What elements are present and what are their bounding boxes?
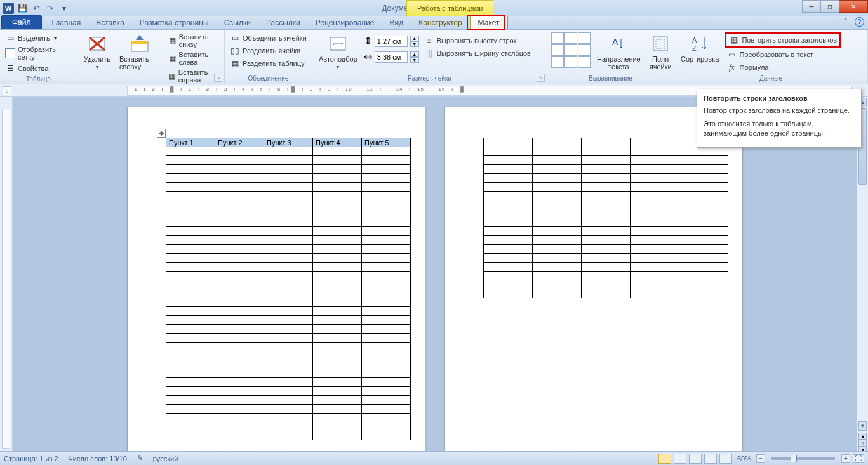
sort-button[interactable]: AZ Сортировка [678,32,721,64]
insert-below-button[interactable]: ▦Вставить снизу [167,32,220,49]
table-cell[interactable] [215,405,264,414]
table-cell[interactable] [631,236,679,245]
table-cell[interactable] [313,254,362,263]
table-cell[interactable] [362,431,411,440]
table-header-cell[interactable]: Пункт 5 [362,138,411,147]
table-header-cell[interactable]: Пункт 4 [313,138,362,147]
distribute-cols-button[interactable]: |||Выровнять ширину столбцов [423,48,532,59]
maximize-button[interactable]: □ [820,0,839,13]
align-br[interactable] [578,56,591,68]
table-cell[interactable] [166,227,215,236]
table-cell[interactable] [631,174,679,183]
text-direction-button[interactable]: A Направление текста [594,32,643,72]
table-cell[interactable] [313,360,362,369]
table-cell[interactable] [362,307,411,316]
table-cell[interactable] [313,272,362,280]
table-cell[interactable] [264,236,313,245]
table-cell[interactable] [264,431,313,440]
table-cell[interactable] [362,360,411,369]
table-cell[interactable] [582,289,631,298]
table-cell[interactable] [215,263,264,272]
convert-to-text-button[interactable]: ▭Преобразовать в текст [725,49,841,60]
table-cell[interactable] [679,174,728,183]
table-cell[interactable] [166,378,215,387]
table-cell[interactable] [484,218,533,227]
table-cell[interactable] [631,289,679,298]
table-cell[interactable] [215,343,264,351]
table-cell[interactable] [313,343,362,351]
table-cell[interactable] [679,245,728,254]
table-cell[interactable] [362,218,411,227]
zoom-slider[interactable] [771,457,835,460]
table-cell[interactable] [362,316,411,325]
table-cell[interactable] [313,405,362,414]
table-cell[interactable] [362,263,411,272]
height-spin-up[interactable]: ▲ [410,36,419,41]
table-cell[interactable] [484,263,533,272]
split-table-button[interactable]: ▤Разделить таблицу [229,58,308,69]
properties-button[interactable]: ☰Свойства [4,63,73,74]
table-cell[interactable] [313,227,362,236]
tab-file[interactable]: Файл [1,15,42,29]
table-cell[interactable] [484,165,533,174]
table-cell[interactable] [166,236,215,245]
table-header-cell[interactable]: Пункт 2 [215,138,264,147]
table-cell[interactable] [362,209,411,218]
table-cell[interactable] [582,192,631,200]
table-cell[interactable] [679,263,728,272]
table-cell[interactable] [484,209,533,218]
table-cell[interactable] [631,156,679,165]
table-cell[interactable] [582,245,631,254]
zoom-slider-knob[interactable] [791,455,797,462]
table-cell[interactable] [264,245,313,254]
document-table-2[interactable] [483,138,728,298]
table-cell[interactable] [313,263,362,272]
table-cell[interactable] [166,396,215,405]
table-cell[interactable] [631,209,679,218]
distribute-rows-button[interactable]: ≡Выровнять высоту строк [423,35,532,46]
table-cell[interactable] [362,387,411,396]
table-cell[interactable] [582,156,631,165]
table-cell[interactable] [215,378,264,387]
table-cell[interactable] [582,183,631,192]
table-cell[interactable] [166,334,215,343]
table-cell[interactable] [215,396,264,405]
table-cell[interactable] [166,405,215,414]
table-cell[interactable] [215,307,264,316]
table-cell[interactable] [313,147,362,156]
table-cell[interactable] [264,334,313,343]
table-cell[interactable] [215,174,264,183]
table-cell[interactable] [362,414,411,422]
zoom-in-button[interactable]: + [841,454,850,463]
table-cell[interactable] [362,334,411,343]
table-cell[interactable] [533,200,582,209]
tab-references[interactable]: Ссылки [217,16,258,29]
table-cell[interactable] [362,343,411,351]
table-cell[interactable] [215,351,264,360]
table-cell[interactable] [166,325,215,334]
table-cell[interactable] [362,378,411,387]
table-cell[interactable] [679,183,728,192]
insert-above-button[interactable]: Вставить сверху [117,32,163,72]
table-cell[interactable] [582,227,631,236]
table-cell[interactable] [679,289,728,298]
table-cell[interactable] [313,387,362,396]
table-cell[interactable] [484,183,533,192]
align-mc[interactable] [564,44,577,56]
table-cell[interactable] [313,236,362,245]
table-cell[interactable] [215,227,264,236]
table-cell[interactable] [362,174,411,183]
prev-page-button[interactable]: ▴ [858,433,867,440]
document-table-1[interactable]: Пункт 1 Пункт 2 Пункт 3 Пункт 4 Пункт 5 [166,138,411,440]
view-web-layout[interactable] [689,454,702,464]
status-page[interactable]: Страница: 1 из 2 [4,455,58,462]
table-cell[interactable] [533,138,582,147]
table-cell[interactable] [362,369,411,378]
merge-cells-button[interactable]: ▭Объединить ячейки [229,32,308,44]
table-cell[interactable] [484,254,533,263]
col-width-input[interactable] [375,51,408,63]
table-cell[interactable] [582,254,631,263]
table-cell[interactable] [631,192,679,200]
table-cell[interactable] [166,280,215,289]
table-cell[interactable] [533,236,582,245]
